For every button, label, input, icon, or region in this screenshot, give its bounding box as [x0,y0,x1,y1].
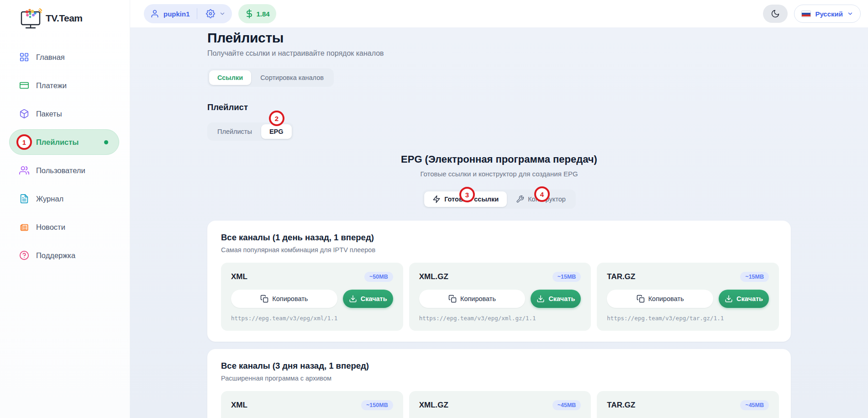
annotation-number: 2 [275,115,279,122]
download-label: Скачать [548,295,575,302]
dark-mode-toggle[interactable] [763,5,788,23]
size-badge: ~15MB [740,272,769,282]
copy-label: Копировать [460,295,496,302]
page-title: Плейлисты [207,30,791,46]
epg-mode-tab-group: Готовые ссылки Конструктор [422,190,576,209]
annotation-marker-3: 3 [459,187,475,202]
size-badge: ~50MB [364,272,393,282]
annotation-number: 1 [22,138,26,146]
moon-icon [771,9,780,18]
tab-label: Сортировка каналов [260,74,324,81]
sidebar-item-label: Новости [36,223,65,232]
annotation-number: 3 [465,191,469,199]
sidebar-item-payments[interactable]: Платежи [0,71,130,100]
tab-epg[interactable]: EPG [261,124,292,139]
main-content: Плейлисты Получайте ссылки и настраивайт… [130,27,868,418]
format-tile-xml: XML ~50MB Копировать Скачать https: [221,263,403,331]
topbar: pupkin1 1.84 Русский [130,0,868,27]
format-name: XML.GZ [419,272,448,281]
sidebar-item-journal[interactable]: Журнал [0,185,130,213]
download-button[interactable]: Скачать [719,290,769,308]
bolt-icon [432,195,441,203]
annotation-marker-4: 4 [534,186,550,202]
user-account-chip[interactable]: pupkin1 [144,4,232,23]
chevron-down-icon [847,11,853,17]
download-button[interactable]: Скачать [531,290,581,308]
download-button[interactable]: Скачать [343,290,393,308]
annotation-marker-1: 1 [16,134,32,150]
language-selector[interactable]: Русский [794,5,861,23]
epg-card-3days: Все каналы (3 дня назад, 1 вперед) Расши… [207,349,791,418]
copy-button[interactable]: Копировать [607,290,713,308]
copy-button[interactable]: Копировать [231,290,337,308]
download-icon [725,295,733,303]
size-badge: ~45MB [552,400,581,410]
tab-label: EPG [269,128,284,135]
tab-channel-sorting[interactable]: Сортировка каналов [252,70,332,85]
download-label: Скачать [736,295,763,302]
card-subtitle: Расширенная программа с архивом [221,375,779,382]
sidebar-item-label: Платежи [36,81,67,90]
copy-icon [637,295,645,303]
card-title: Все каналы (3 дня назад, 1 вперед) [221,361,779,371]
sidebar-item-label: Журнал [36,195,63,203]
dashboard-icon [19,52,29,62]
sidebar-item-home[interactable]: Главная [0,43,130,71]
sidebar-item-support[interactable]: Поддержка [0,241,130,270]
format-tile-xmlgz: XML.GZ ~15MB Копировать Скачать htt [409,263,591,331]
logo-text: TV.Team [46,13,83,24]
copy-button[interactable]: Копировать [419,290,526,308]
download-label: Скачать [361,295,387,302]
download-icon [349,295,357,303]
page-subtitle: Получайте ссылки и настраивайте порядок … [207,49,791,58]
annotation-marker-2: 2 [269,111,284,126]
epg-card-1day: Все каналы (1 день назад, 1 вперед) Сама… [207,221,791,342]
copy-icon [260,295,268,303]
annotation-number: 4 [540,190,544,198]
dollar-icon [245,9,254,18]
sidebar-item-news[interactable]: Новости [0,213,130,241]
links-sorting-tab-group: Ссылки Сортировка каналов [207,69,334,87]
format-name: XML.GZ [419,401,448,410]
sidebar-item-packages[interactable]: Пакеты [0,100,130,128]
users-icon [19,165,29,175]
format-name: XML [231,401,247,410]
size-badge: ~150MB [361,400,393,410]
playlist-epg-tab-group: Плейлисты EPG [207,122,294,141]
chevron-down-icon[interactable] [219,11,226,17]
username: pupkin1 [163,10,190,18]
tab-playlists[interactable]: Плейлисты [209,124,260,139]
format-tile-xmlgz: XML.GZ ~45MB [409,391,591,418]
sidebar-item-label: Поддержка [36,251,75,260]
format-name: TAR.GZ [607,401,635,410]
tab-links[interactable]: Ссылки [209,70,251,85]
copy-icon [448,295,457,303]
card-title: Все каналы (1 день назад, 1 вперед) [221,233,779,243]
card-subtitle: Самая популярная комбинация для IPTV пле… [221,246,779,254]
journal-icon [19,194,29,204]
epg-subtitle: Готовые ссылки и конструктор для создани… [207,170,791,178]
wrench-icon [516,195,524,203]
download-icon [537,295,545,303]
tab-label: Плейлисты [217,128,252,135]
logo[interactable]: TV.Team [0,0,130,29]
gear-icon[interactable] [206,9,215,18]
sidebar-item-label: Плейлисты [36,138,79,147]
size-badge: ~15MB [552,272,581,282]
epg-url: https://epg.team/v3/epg/xml.gz/1.1 [419,315,581,322]
news-icon [19,222,29,232]
playlist-section-heading: Плейлист [207,102,791,112]
russia-flag-icon [801,11,811,17]
format-tile-targz: TAR.GZ ~15MB Копировать Скачать htt [597,263,779,331]
format-tile-xml: XML ~150MB [221,391,403,418]
tab-label: Ссылки [217,74,243,81]
credit-card-icon [19,80,29,90]
package-icon [19,109,29,119]
sidebar-item-users[interactable]: Пользователи [0,156,130,185]
sidebar-item-label: Пакеты [36,110,62,118]
balance-chip[interactable]: 1.84 [238,4,276,23]
user-icon [150,9,159,18]
epg-url: https://epg.team/v3/epg/tar.gz/1.1 [607,315,769,322]
size-badge: ~45MB [740,400,769,410]
format-name: XML [231,272,247,281]
